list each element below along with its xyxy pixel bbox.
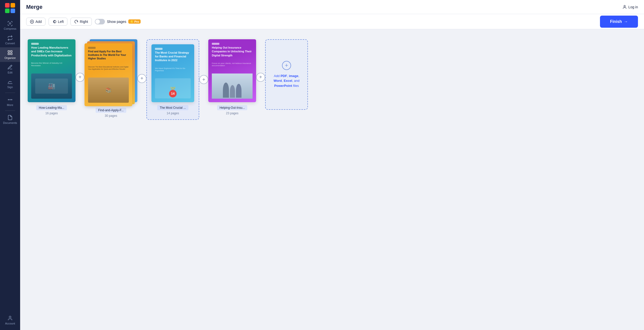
doc-pages-2: 30 pages — [105, 114, 117, 118]
sidebar-item-sign[interactable]: Sign — [0, 77, 20, 91]
sidebar-item-more[interactable]: More — [0, 94, 20, 109]
svg-point-9 — [8, 99, 9, 100]
doc-pages-1: 16 pages — [45, 112, 58, 115]
sidebar-item-edit[interactable]: Edit — [0, 62, 20, 77]
canvas-area: How Leading Manufacturers and SMEs Can I… — [20, 29, 644, 330]
sidebar-item-label: Account — [5, 322, 15, 325]
drag-drop-zone: The Most Crucial Strategy for Banks and … — [146, 39, 199, 120]
sidebar-item-label: Organize — [5, 56, 16, 59]
cover-title-1: How Leading Manufacturers and SMEs Can I… — [31, 46, 72, 57]
pro-badge: ⭐ Pro — [128, 19, 141, 24]
sidebar-bottom: Account — [5, 313, 15, 327]
left-button[interactable]: Left — [49, 18, 67, 26]
doc-card-2[interactable]: Find and Apply For the Best Institutes I… — [85, 39, 137, 118]
svg-point-10 — [10, 99, 11, 100]
add-between-1[interactable]: + — [75, 73, 85, 82]
svg-rect-2 — [5, 9, 10, 13]
doc-card-3[interactable]: The Most Crucial Strategy for Banks and … — [151, 44, 194, 115]
left-label: Left — [58, 20, 64, 24]
svg-rect-8 — [11, 53, 12, 55]
sidebar-item-convert[interactable]: Convert — [0, 33, 20, 47]
add-between-4[interactable]: + — [256, 73, 265, 82]
right-label: Right — [80, 20, 88, 24]
login-button[interactable]: Log in — [622, 5, 638, 9]
add-between-2[interactable]: + — [137, 74, 146, 83]
doc-label-3: The Most Crucial ... — [157, 105, 188, 110]
svg-point-12 — [9, 316, 11, 318]
doc-thumbnail-2-stacked: Find and Apply For the Best Institutes I… — [85, 39, 137, 105]
add-files-card-wrapper[interactable]: + Add PDF, image, Word, Excel, and Power… — [265, 39, 308, 110]
doc-slot-2: Find and Apply For the Best Institutes I… — [85, 39, 146, 118]
sidebar-item-organize[interactable]: Organize — [0, 47, 20, 62]
sidebar-item-label: More — [7, 103, 13, 106]
finish-label: Finish — [610, 19, 622, 24]
sidebar-item-compress[interactable]: Compress — [0, 18, 20, 33]
doc-slot-3: The Most Crucial Strategy for Banks and … — [146, 39, 208, 120]
svg-rect-4 — [9, 23, 11, 24]
show-pages-label: Show pages — [107, 20, 126, 24]
add-button[interactable]: Add — [26, 18, 46, 26]
show-pages-toggle[interactable] — [95, 19, 105, 24]
svg-rect-5 — [8, 51, 10, 52]
svg-rect-0 — [5, 3, 10, 8]
sidebar-divider-2 — [5, 111, 15, 111]
sidebar-item-account[interactable]: Account — [5, 313, 15, 327]
header: Merge Log in — [20, 0, 644, 14]
doc-thumbnail-1: How Leading Manufacturers and SMEs Can I… — [28, 39, 75, 102]
page-title: Merge — [26, 4, 43, 10]
svg-rect-1 — [11, 3, 15, 8]
doc-card-4[interactable]: Helping Out Insurance Companies in Unloc… — [208, 39, 256, 115]
add-files-icon: + — [282, 61, 291, 70]
finish-arrow-icon: → — [624, 19, 628, 24]
sidebar-item-label: Convert — [5, 42, 15, 45]
svg-point-13 — [624, 5, 625, 7]
drag-badge: 14 — [169, 90, 177, 97]
right-button[interactable]: Right — [70, 18, 92, 26]
show-pages-group: Show pages ⭐ Pro — [95, 19, 141, 24]
app-logo[interactable] — [5, 3, 16, 15]
svg-rect-3 — [11, 9, 15, 13]
finish-button[interactable]: Finish → — [600, 16, 638, 28]
thumb-front-2: Find and Apply For the Best Institutes I… — [85, 43, 132, 106]
sidebar: Compress Convert Organize Edit S — [0, 0, 20, 330]
sidebar-item-label: Edit — [8, 71, 13, 74]
sidebar-item-label: Sign — [7, 86, 13, 89]
doc-pages-3: 14 pages — [167, 112, 179, 115]
doc-label-4: Helping-Out-Insu... — [217, 105, 248, 110]
doc-label-2: Find-and-Apply-F... — [96, 108, 126, 113]
sidebar-item-label: Documents — [3, 121, 17, 124]
login-label: Log in — [628, 5, 638, 9]
svg-rect-7 — [8, 53, 10, 55]
svg-point-11 — [11, 99, 12, 100]
doc-card-1[interactable]: How Leading Manufacturers and SMEs Can I… — [28, 39, 75, 115]
main-content: Merge Log in Add Left — [20, 0, 644, 330]
add-files-text: Add PDF, image, Word, Excel, and PowerPo… — [271, 74, 302, 88]
doc-slot-4: Helping Out Insurance Companies in Unloc… — [208, 39, 265, 115]
doc-pages-4: 23 pages — [226, 112, 238, 115]
doc-slot-1: How Leading Manufacturers and SMEs Can I… — [28, 39, 85, 115]
add-between-3[interactable]: + — [199, 75, 208, 84]
doc-thumbnail-4: Helping Out Insurance Companies in Unloc… — [208, 39, 256, 102]
add-label: Add — [35, 20, 42, 24]
add-files-card[interactable]: + Add PDF, image, Word, Excel, and Power… — [265, 39, 308, 110]
toolbar: Add Left Right Show pages ⭐ Pro — [20, 14, 644, 29]
sidebar-item-documents[interactable]: Documents — [0, 112, 20, 127]
doc-label-1: How-Leading-Ma... — [36, 105, 67, 110]
svg-rect-6 — [11, 51, 12, 52]
sidebar-item-label: Compress — [4, 27, 16, 30]
sidebar-divider — [5, 93, 15, 93]
